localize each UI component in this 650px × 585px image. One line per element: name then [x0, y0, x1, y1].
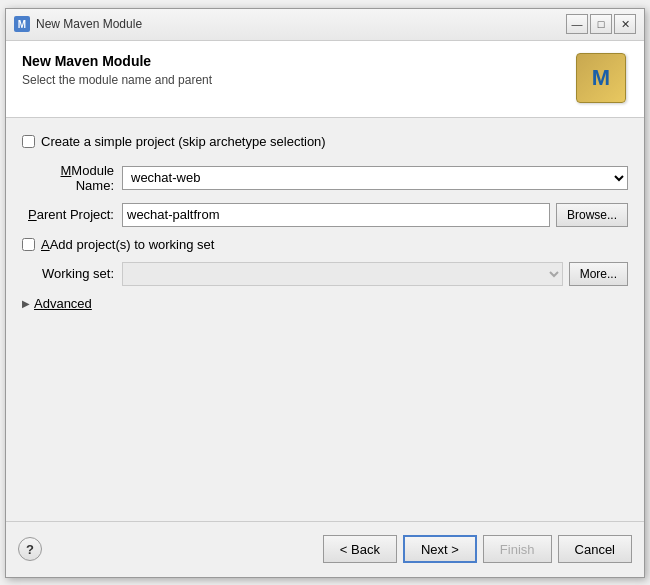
simple-project-label[interactable]: Create a simple project (skip archetype … [41, 134, 326, 149]
maximize-button[interactable]: □ [590, 14, 612, 34]
more-button[interactable]: More... [569, 262, 628, 286]
module-name-select[interactable]: wechat-web [122, 166, 628, 190]
parent-project-input-wrap: Browse... [122, 203, 628, 227]
back-button[interactable]: < Back [323, 535, 397, 563]
page-title: New Maven Module [22, 53, 212, 69]
advanced-arrow-icon: ▶ [22, 298, 30, 309]
window-icon: M [14, 16, 30, 32]
cancel-button[interactable]: Cancel [558, 535, 632, 563]
browse-button[interactable]: Browse... [556, 203, 628, 227]
form-section: Create a simple project (skip archetype … [6, 118, 644, 521]
bottom-left: ? [18, 537, 42, 561]
add-working-set-row: AAdd project(s) to working set [22, 237, 628, 252]
simple-project-row: Create a simple project (skip archetype … [22, 134, 628, 149]
main-window: M New Maven Module — □ ✕ New Maven Modul… [5, 8, 645, 578]
advanced-row[interactable]: ▶ Advanced [22, 296, 628, 311]
title-bar-left: M New Maven Module [14, 16, 142, 32]
working-set-checkbox[interactable] [22, 238, 35, 251]
module-name-input-wrap: wechat-web [122, 166, 628, 190]
module-name-row: MModule Name: wechat-web [22, 163, 628, 193]
page-subtitle: Select the module name and parent [22, 73, 212, 87]
maven-logo: M [576, 53, 626, 103]
minimize-button[interactable]: — [566, 14, 588, 34]
close-button[interactable]: ✕ [614, 14, 636, 34]
help-button[interactable]: ? [18, 537, 42, 561]
working-set-input-row: Working set: More... [22, 262, 628, 286]
bottom-bar: ? < Back Next > Finish Cancel [6, 521, 644, 577]
maven-icon: M [576, 53, 628, 105]
bottom-right: < Back Next > Finish Cancel [323, 535, 632, 563]
advanced-label[interactable]: Advanced [34, 296, 92, 311]
working-set-section: AAdd project(s) to working set Working s… [22, 237, 628, 286]
title-bar: M New Maven Module — □ ✕ [6, 9, 644, 41]
simple-project-checkbox[interactable] [22, 135, 35, 148]
finish-button[interactable]: Finish [483, 535, 552, 563]
module-name-label: MModule Name: [22, 163, 122, 193]
window-title: New Maven Module [36, 17, 142, 31]
header-section: New Maven Module Select the module name … [6, 41, 644, 118]
working-set-select[interactable] [122, 262, 563, 286]
next-button[interactable]: Next > [403, 535, 477, 563]
content-area: New Maven Module Select the module name … [6, 41, 644, 521]
parent-project-input[interactable] [122, 203, 550, 227]
title-controls: — □ ✕ [566, 14, 636, 34]
working-set-input-label: Working set: [22, 266, 122, 281]
working-set-label[interactable]: AAdd project(s) to working set [41, 237, 214, 252]
header-text: New Maven Module Select the module name … [22, 53, 212, 87]
parent-project-row: Parent Project: Browse... [22, 203, 628, 227]
parent-project-label: Parent Project: [22, 207, 122, 222]
